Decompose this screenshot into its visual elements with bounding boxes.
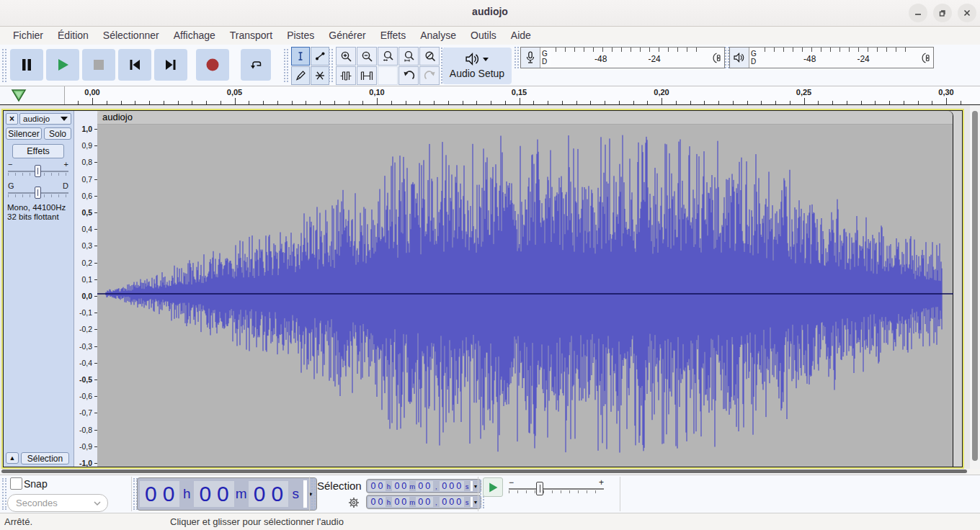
time-digit-group[interactable]: 00 [194,481,233,507]
effects-button[interactable]: Effets [12,144,64,158]
menu-affichage[interactable]: Affichage [166,27,223,43]
close-button[interactable] [958,4,976,22]
minimize-button[interactable] [909,4,927,22]
time-digit-group[interactable]: 00 [416,497,433,507]
time-digit[interactable]: 0 [145,482,157,506]
time-digit[interactable]: 0 [425,481,430,491]
time-digit[interactable]: 0 [456,497,461,507]
toolbar-grip[interactable] [284,49,288,82]
snap-checkbox[interactable] [10,477,22,490]
loop-button[interactable] [241,49,271,81]
zoom-toggle-button[interactable] [398,47,419,66]
horizontal-scrollbar-thumb[interactable] [1,470,967,473]
track-collapse-button[interactable]: ▲ [6,452,19,464]
snap-units-select[interactable]: Secondes [7,494,108,512]
track-menu-button[interactable]: audiojo [19,113,71,125]
speed-slider-thumb[interactable] [536,482,543,495]
menu-pistes[interactable]: Pistes [280,27,321,43]
time-digit[interactable]: 0 [425,497,430,507]
gain-slider[interactable]: − + [6,161,70,180]
selection-start-display[interactable]: 00h00m00,000s▼ [366,479,481,493]
playback-meter[interactable]: G D -48 -24 [729,47,934,68]
pan-slider-thumb[interactable] [35,187,41,199]
time-digit[interactable]: 0 [378,481,383,491]
menu-edition[interactable]: Édition [50,27,96,43]
time-digit[interactable]: 0 [401,481,406,491]
menu-transport[interactable]: Transport [223,27,280,43]
time-digit[interactable]: 0 [442,497,447,507]
play-at-speed-button[interactable] [483,477,503,497]
time-digit[interactable]: 0 [442,481,447,491]
zoom-out-button[interactable] [357,47,377,66]
time-digit[interactable]: 0 [217,482,229,506]
toolbar-grip[interactable] [2,49,6,82]
vertical-scrollbar-thumb[interactable] [972,111,978,461]
time-digit[interactable]: 0 [449,481,454,491]
skip-to-start-button[interactable] [118,49,151,81]
time-digit-group[interactable]: 00 [368,481,386,491]
play-button[interactable] [46,49,79,81]
time-digit-group[interactable]: 00 [249,481,288,507]
track-selection-button[interactable]: Sélection [21,452,69,464]
pan-slider[interactable]: G D [6,183,70,202]
time-digit[interactable]: 0 [254,482,266,506]
audio-clip[interactable]: audiojo [97,111,953,467]
playback-speed-slider[interactable]: − + [507,477,605,499]
vertical-scrollbar[interactable] [970,105,980,469]
toolbar-grip[interactable] [514,47,519,68]
audio-setup-button[interactable]: Audio Setup [442,48,512,84]
silence-selection-button[interactable] [357,66,377,85]
timeline-ruler[interactable]: 0,000,050,100,150,200,250,30 [0,86,980,105]
zoom-in-button[interactable] [336,47,356,66]
time-digit[interactable]: 0 [456,481,461,491]
time-digit[interactable]: 0 [371,497,376,507]
time-digit[interactable]: 0 [271,482,283,506]
menu-selectionner[interactable]: Sélectionner [96,27,166,43]
restore-button[interactable] [933,4,952,22]
track-view[interactable]: audiojo [97,111,962,467]
waveform[interactable] [97,111,953,467]
vertical-scale-ruler[interactable]: 1,00,90,80,70,60,50,40,30,20,10,0-0,1-0,… [74,111,97,467]
time-digit[interactable]: 0 [394,497,399,507]
recording-meter[interactable]: G D -48 -24 [520,47,725,68]
time-digit-group[interactable]: 00 [392,497,409,507]
time-digit-group[interactable]: 000 [440,497,464,507]
menu-aide[interactable]: Aide [504,27,538,43]
menu-generer[interactable]: Générer [321,27,373,43]
time-digit-group[interactable]: 00 [368,497,386,507]
toolbar-grip[interactable] [2,478,6,510]
audio-position-display[interactable]: 00h00m00s▼ [137,477,317,511]
pause-button[interactable] [10,49,43,81]
menu-effets[interactable]: Effets [373,27,414,43]
skip-to-end-button[interactable] [154,49,187,81]
stop-button[interactable] [82,49,115,81]
undo-button[interactable] [398,66,419,85]
time-digit[interactable]: 0 [199,482,211,506]
time-digit[interactable]: 0 [418,481,423,491]
solo-button[interactable]: Solo [44,127,71,140]
menu-analyse[interactable]: Analyse [413,27,463,43]
envelope-tool-button[interactable] [311,47,329,66]
time-digit-group[interactable]: 00 [140,481,179,507]
time-digit-group[interactable]: 00 [416,481,433,491]
time-digit[interactable]: 0 [401,497,406,507]
redo-button[interactable] [419,66,440,85]
toolbar-grip[interactable] [311,478,316,510]
selection-tool-button[interactable] [291,47,310,66]
time-digit[interactable]: 0 [371,481,376,491]
time-digit-group[interactable]: 000 [440,481,464,491]
fit-project-button[interactable] [419,47,440,66]
time-digit[interactable]: 0 [394,481,399,491]
selection-end-display[interactable]: 00h00m00,000s▼ [366,495,481,509]
track-close-button[interactable]: × [6,113,18,125]
record-button[interactable] [196,49,229,81]
horizontal-scrollbar[interactable] [0,469,969,475]
draw-tool-button[interactable] [291,66,310,85]
time-digit[interactable]: 0 [378,497,383,507]
toolbar-grip[interactable] [329,49,333,82]
time-digit[interactable]: 0 [163,482,175,506]
mute-button[interactable]: Silencer [6,127,42,140]
time-digit[interactable]: 0 [449,497,454,507]
menu-outils[interactable]: Outils [463,27,504,43]
time-digit-group[interactable]: 00 [392,481,409,491]
